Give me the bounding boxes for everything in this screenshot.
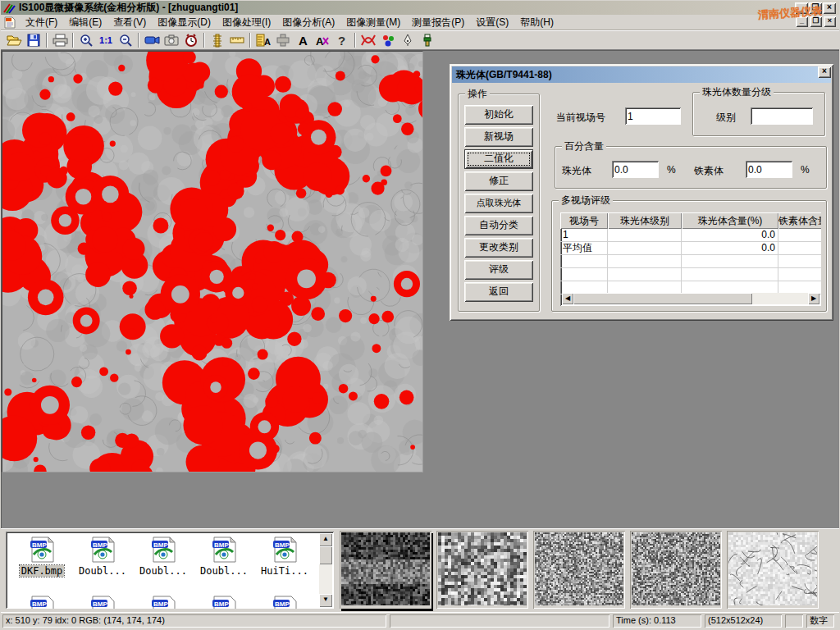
video-capture-button[interactable] [142,31,162,49]
file-name[interactable]: Doubl... [199,565,249,577]
close-button[interactable]: × [823,2,836,14]
new-field-button[interactable]: 新视场 [464,127,533,147]
open-button[interactable] [4,31,24,49]
menu-file[interactable]: 文件(F) [20,14,63,31]
table-row-empty [560,255,821,268]
actual-size-button[interactable]: 1:1 [96,31,116,49]
file-item[interactable]: BMP Doubl... [194,536,253,577]
thumbnail-3[interactable] [533,531,625,609]
table-row[interactable]: 1 0.0 [560,229,821,242]
grade-button[interactable]: 评级 [464,260,533,280]
file-name[interactable]: Doubl... [77,565,128,577]
correct-button[interactable]: 修正 [464,171,533,191]
toolbar-separator [46,33,48,48]
menu-view[interactable]: 查看(V) [107,14,152,31]
menu-image-display[interactable]: 图像显示(D) [152,14,217,31]
file-item[interactable]: BMP DKF.bmp [12,536,71,577]
menu-image-measure[interactable]: 图像测量(M) [340,14,406,31]
scroll-left-icon[interactable]: ◀ [562,293,573,304]
scroll-down-icon[interactable]: ▼ [319,594,332,607]
thumbnail-2[interactable] [436,531,528,609]
pick-pearlite-button[interactable]: 点取珠光体 [464,194,533,213]
cell-ferrite [778,242,821,255]
file-browser-panel: BMP DKF.bmp BMP Doubl... BMP Doubl... BM… [1,528,839,612]
operation-group-label: 操作 [465,88,490,99]
pen-tool-button[interactable] [398,31,418,49]
micrograph-image[interactable] [2,52,422,472]
file-name[interactable]: DKF.bmp [20,565,65,577]
svg-text:A: A [264,37,271,47]
cell-field-no: 平均值 [560,242,608,255]
return-button[interactable]: 返回 [464,282,533,302]
file-item[interactable]: BMP [12,596,71,609]
grade-input[interactable] [751,107,813,125]
file-item[interactable]: BMP HuiTi... [255,536,314,577]
save-button[interactable] [24,31,43,49]
svg-text:BMP: BMP [93,541,107,549]
dialog-close-button[interactable]: × [818,66,831,78]
svg-text:BMP: BMP [275,600,290,608]
table-row[interactable]: 平均值 0.0 [560,242,821,255]
brush-tool-button[interactable] [418,31,437,49]
help-button[interactable]: ? [332,31,352,49]
text-edit-button[interactable]: A [313,31,332,49]
photo-capture-button[interactable] [162,31,181,49]
zoom-out-button[interactable] [116,31,135,49]
file-item[interactable]: BMP [73,596,132,609]
current-field-input[interactable] [625,107,681,125]
col-pearlite-grade[interactable]: 珠光体级别 [608,212,682,229]
document-icon[interactable] [4,16,16,29]
file-list[interactable]: BMP DKF.bmp BMP Doubl... BMP Doubl... BM… [6,532,334,609]
text-tool-button[interactable]: A [293,31,313,49]
auto-classify-button[interactable]: 自动分类 [464,216,533,235]
mdi-close-button[interactable]: × [824,16,836,27]
file-name[interactable]: Doubl... [138,565,189,577]
col-ferrite-percent[interactable]: 铁素体含量(%) [778,212,821,229]
menu-help[interactable]: 帮助(H) [514,14,559,31]
grid-tool-button[interactable] [273,31,293,49]
zoom-in-button[interactable] [76,31,96,49]
svg-text:BMP: BMP [153,541,168,549]
pearlite-percent-input[interactable] [612,161,659,178]
file-item[interactable]: BMP Doubl... [73,536,132,577]
binarize-button[interactable]: 二值化 [464,149,533,169]
file-item[interactable]: BMP Doubl... [134,536,193,577]
vscroll-thumb[interactable] [319,546,332,564]
timer-button[interactable] [181,31,201,49]
pearlite-label: 珠光体 [562,164,591,178]
change-class-button[interactable]: 更改类别 [464,238,533,258]
file-name[interactable]: HuiTi... [259,565,310,577]
menu-image-process[interactable]: 图像处理(I) [217,14,276,31]
menu-edit[interactable]: 编辑(E) [63,14,107,31]
col-pearlite-percent[interactable]: 珠光体含量(%) [682,212,778,229]
measure-annotate-button[interactable]: A [253,31,273,49]
scroll-up-icon[interactable]: ▲ [319,533,332,546]
table-hscrollbar[interactable]: ◀ ▶ [562,293,819,304]
zoom-out-icon [119,34,133,48]
menu-image-analysis[interactable]: 图像分析(A) [276,14,340,31]
thumbnail-5[interactable] [727,531,819,609]
col-field-no[interactable]: 视场号 [560,212,608,229]
file-item[interactable]: BMP [255,596,314,609]
ruler-measure-button[interactable] [227,31,247,49]
menu-settings[interactable]: 设置(S) [470,14,514,31]
print-button[interactable] [50,31,70,49]
pen-icon [403,34,413,47]
svg-text:BMP: BMP [275,541,290,549]
thumbnail-1[interactable] [340,531,431,609]
file-list-vscrollbar[interactable]: ▲ ▼ [319,533,332,607]
scroll-right-icon[interactable]: ▶ [808,293,819,304]
caliper-measure-button[interactable] [208,31,227,49]
curve-tool-button[interactable] [358,31,378,49]
hscroll-thumb[interactable] [573,293,752,304]
initialize-button[interactable]: 初始化 [464,105,533,125]
file-item[interactable]: BMP [194,596,253,609]
menu-report[interactable]: 测量报告(P) [406,14,470,31]
statusbar: x: 510 y: 79 idx: 0 RGB: (174, 174, 174)… [1,612,839,629]
file-item[interactable]: BMP [134,596,193,609]
particle-classify-button[interactable] [378,31,398,49]
micrograph-frame [2,51,423,472]
thumbnail-4[interactable] [630,531,722,609]
ferrite-percent-input[interactable] [746,161,792,178]
caliper-icon [212,34,223,48]
